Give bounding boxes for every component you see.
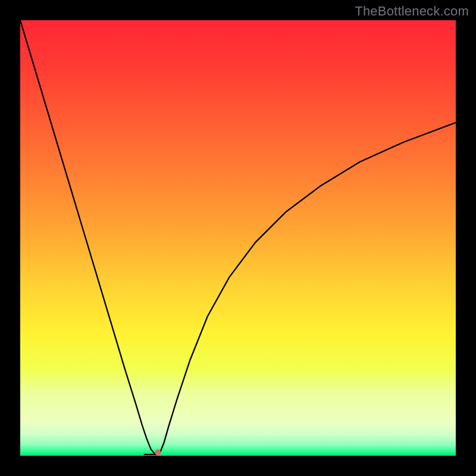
source-watermark: TheBottleneck.com — [355, 4, 469, 19]
bottleneck-chart — [20, 20, 456, 456]
optimal-point-marker — [155, 449, 161, 455]
chart-frame — [20, 20, 456, 456]
